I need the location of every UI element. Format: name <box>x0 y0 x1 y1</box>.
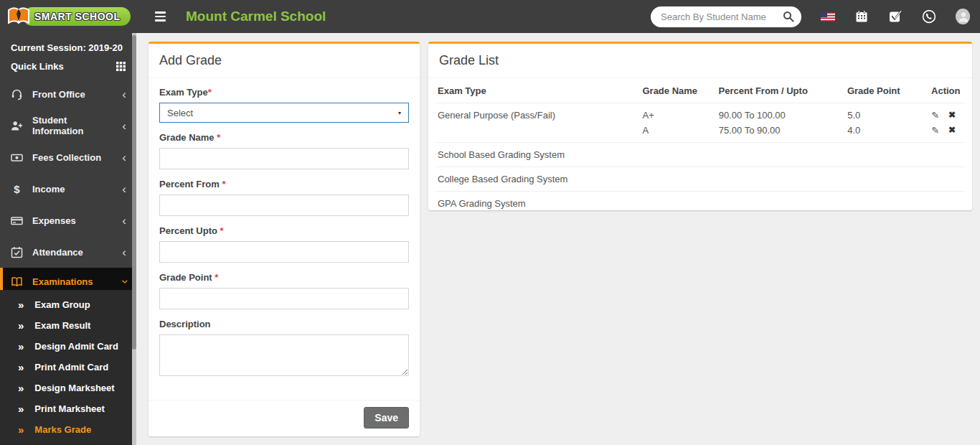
sidebar-item-label: Student Information <box>32 115 113 136</box>
language-flag-icon[interactable] <box>821 9 835 24</box>
sidebar-item-label: Expenses <box>32 215 76 226</box>
submenu-item-design-marksheet[interactable]: » Design Marksheet <box>0 378 136 398</box>
exam-type-selected-value: Select <box>167 108 193 118</box>
add-grade-footer: Save <box>149 400 420 436</box>
whatsapp-chat-icon[interactable] <box>922 9 936 24</box>
caret-down-icon: ▾ <box>398 110 401 116</box>
grade-list-table: Exam Type Grade Name Percent From / Upto… <box>428 78 972 215</box>
edit-icon[interactable]: ✎ <box>931 125 939 136</box>
app-logo[interactable]: SMART SCHOOL <box>0 4 136 29</box>
exam-type-label: Exam Type* <box>159 87 409 98</box>
sidebar-scrollbar[interactable] <box>132 33 136 445</box>
search-icon[interactable] <box>783 11 794 22</box>
percent-from-label: Percent From * <box>159 179 409 189</box>
exam-type-cell: GPA Grading System <box>438 198 642 209</box>
chevron-left-icon: ‹ <box>122 120 126 132</box>
sidebar-item-fees-collection[interactable]: Fees Collection ‹ <box>0 141 136 173</box>
exam-type-cell: School Based Grading System <box>438 149 642 160</box>
open-book-icon <box>11 276 23 288</box>
grade-line: A+ 90.00 To 100.00 5.0 ✎ ✖ <box>642 110 963 121</box>
banknote-icon <box>11 151 23 164</box>
table-header-row: Exam Type Grade Name Percent From / Upto… <box>435 78 965 103</box>
col-action: Action <box>931 85 963 96</box>
percent-upto-input[interactable] <box>159 241 409 263</box>
tasks-check-icon[interactable] <box>888 9 903 24</box>
sidebar: Current Session: 2019-20 Quick Links Fro… <box>0 33 136 445</box>
submenu-item-print-marksheet[interactable]: » Print Marksheet <box>0 398 136 419</box>
chevron-left-icon: ‹ <box>122 88 126 100</box>
percent-upto-label: Percent Upto * <box>159 225 409 236</box>
required-marker: * <box>208 87 212 98</box>
top-header: SMART SCHOOL Mount Carmel School <box>0 0 980 33</box>
delete-icon[interactable]: ✖ <box>948 110 956 121</box>
submenu-item-label: Exam Group <box>34 299 90 310</box>
sidebar-toggle-button[interactable] <box>152 9 169 24</box>
grade-point-cell: 4.0 <box>847 125 931 136</box>
double-chevron-icon: » <box>18 424 24 435</box>
sidebar-item-student-information[interactable]: Student Information ‹ <box>0 110 136 141</box>
table-row: College Based Grading System <box>435 167 965 191</box>
sidebar-item-attendance[interactable]: Attendance ‹ <box>0 236 136 268</box>
submenu-item-label: Design Admit Card <box>34 341 118 352</box>
col-percent: Percent From / Upto <box>719 85 847 96</box>
save-button[interactable]: Save <box>364 407 409 428</box>
chevron-left-icon: ‹ <box>122 151 126 164</box>
required-marker: * <box>220 225 224 236</box>
sidebar-item-front-office[interactable]: Front Office ‹ <box>0 78 136 110</box>
quick-links-label: Quick Links <box>11 61 64 72</box>
double-chevron-icon: » <box>18 403 24 414</box>
submenu-item-label: Exam Result <box>34 320 90 331</box>
exam-type-cell: College Based Grading System <box>438 174 642 184</box>
table-row: GPA Grading System <box>435 191 965 215</box>
required-marker: * <box>222 179 225 189</box>
add-grade-card: Add Grade Exam Type* Select ▾ Grade Name… <box>149 42 420 436</box>
sidebar-item-label: Examinations <box>32 276 93 287</box>
submenu-item-print-admit-card[interactable]: » Print Admit Card <box>0 357 136 378</box>
search-input[interactable] <box>661 11 778 22</box>
percent-from-input[interactable] <box>159 195 409 216</box>
chevron-left-icon: ‹ <box>122 183 126 195</box>
grid-icon <box>116 62 126 71</box>
edit-icon[interactable]: ✎ <box>931 110 939 121</box>
add-grade-form: Exam Type* Select ▾ Grade Name * Percent… <box>149 78 420 379</box>
description-textarea[interactable] <box>159 334 409 376</box>
logo-text: SMART SCHOOL <box>23 7 131 26</box>
examinations-submenu: » Exam Group » Exam Result » Design Admi… <box>0 290 136 445</box>
delete-icon[interactable]: ✖ <box>948 125 956 136</box>
submenu-item-exam-result[interactable]: » Exam Result <box>0 315 136 336</box>
chevron-down-icon: ‹ <box>118 279 131 284</box>
sidebar-item-label: Fees Collection <box>32 152 101 163</box>
header-actions <box>651 6 980 27</box>
quick-links-button[interactable]: Quick Links <box>0 55 136 78</box>
sidebar-scrollbar-thumb[interactable] <box>132 35 136 350</box>
table-row: School Based Grading System <box>435 142 965 167</box>
grade-name-label: Grade Name * <box>159 132 409 143</box>
grade-point-input[interactable] <box>159 288 409 309</box>
sidebar-item-income[interactable]: $ Income ‹ <box>0 173 136 205</box>
table-row: General Purpose (Pass/Fail) A+ 90.00 To … <box>435 103 965 142</box>
submenu-item-marks-grade[interactable]: » Marks Grade <box>0 419 136 440</box>
grade-point-cell: 5.0 <box>847 110 931 121</box>
exam-type-cell: General Purpose (Pass/Fail) <box>438 110 642 136</box>
grade-name-input[interactable] <box>159 148 409 169</box>
grade-point-label: Grade Point * <box>159 272 409 283</box>
submenu-item-label: Print Admit Card <box>34 362 108 373</box>
submenu-item-label: Print Marksheet <box>34 403 105 414</box>
calendar-icon[interactable] <box>854 9 869 24</box>
exam-type-select[interactable]: Select ▾ <box>159 103 409 123</box>
main-content: Add Grade Exam Type* Select ▾ Grade Name… <box>136 33 980 445</box>
double-chevron-icon: » <box>18 383 24 393</box>
sidebar-item-label: Front Office <box>32 89 85 100</box>
col-exam-type: Exam Type <box>438 85 642 96</box>
submenu-item-design-admit-card[interactable]: » Design Admit Card <box>0 336 136 357</box>
required-marker: * <box>215 272 218 283</box>
sidebar-menu: Front Office ‹ Student Information ‹ <box>0 78 136 295</box>
submenu-item-exam-group[interactable]: » Exam Group <box>0 294 136 315</box>
logo-book-icon <box>6 4 32 29</box>
school-name-title: Mount Carmel School <box>186 9 326 24</box>
sidebar-item-expenses[interactable]: Expenses ‹ <box>0 205 136 236</box>
sidebar-item-label: Income <box>32 184 65 195</box>
calendar-check-icon <box>11 246 23 258</box>
grade-name-cell: A <box>642 125 718 136</box>
user-avatar[interactable] <box>956 9 970 24</box>
